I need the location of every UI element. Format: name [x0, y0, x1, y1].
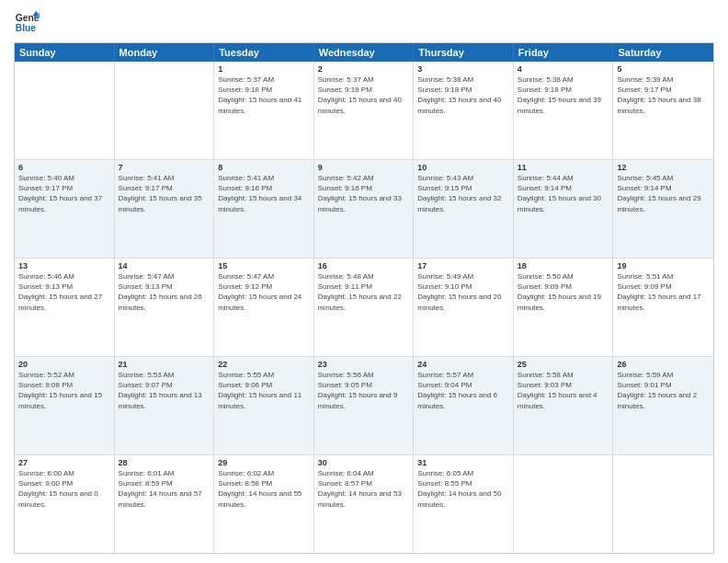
day-number: 31 [417, 458, 509, 467]
day-number: 15 [218, 261, 310, 270]
day-number: 4 [518, 64, 609, 74]
day-number: 5 [617, 64, 710, 74]
day-number: 18 [518, 261, 609, 270]
day-cell-19: 19Sunrise: 5:51 AMSunset: 9:09 PMDayligh… [613, 259, 713, 356]
day-cell-14: 14Sunrise: 5:47 AMSunset: 9:13 PMDayligh… [115, 259, 215, 356]
day-number: 24 [417, 360, 509, 369]
header-day-saturday: Saturday [613, 43, 713, 62]
cell-info: Sunrise: 6:04 AMSunset: 8:57 PMDaylight:… [318, 468, 410, 510]
day-cell-31: 31Sunrise: 6:05 AMSunset: 8:55 PMDayligh… [414, 455, 514, 553]
day-number: 13 [18, 261, 110, 270]
day-cell-10: 10Sunrise: 5:43 AMSunset: 9:15 PMDayligh… [414, 160, 514, 258]
day-cell-3: 3Sunrise: 5:38 AMSunset: 9:18 PMDaylight… [414, 62, 514, 159]
calendar: SundayMondayTuesdayWednesdayThursdayFrid… [14, 42, 714, 554]
empty-cell-r4-c6 [613, 455, 713, 553]
empty-cell-r0-c1 [115, 62, 215, 159]
svg-text:Blue: Blue [16, 23, 37, 33]
day-cell-30: 30Sunrise: 6:04 AMSunset: 8:57 PMDayligh… [314, 455, 415, 553]
page-header: General Blue [14, 9, 714, 35]
day-cell-27: 27Sunrise: 6:00 AMSunset: 9:00 PMDayligh… [15, 455, 115, 553]
header-day-friday: Friday [514, 43, 614, 62]
calendar-row-1: 6Sunrise: 5:40 AMSunset: 9:17 PMDaylight… [15, 160, 713, 259]
day-number: 2 [318, 64, 410, 74]
day-number: 26 [617, 360, 710, 369]
cell-info: Sunrise: 6:05 AMSunset: 8:55 PMDaylight:… [417, 468, 509, 510]
cell-info: Sunrise: 5:49 AMSunset: 9:10 PMDaylight:… [417, 271, 509, 313]
day-cell-23: 23Sunrise: 5:56 AMSunset: 9:05 PMDayligh… [314, 357, 415, 454]
day-number: 16 [318, 261, 410, 270]
day-number: 14 [119, 261, 210, 270]
cell-info: Sunrise: 5:48 AMSunset: 9:11 PMDaylight:… [318, 271, 410, 313]
cell-info: Sunrise: 5:37 AMSunset: 9:18 PMDaylight:… [218, 75, 310, 116]
day-number: 25 [518, 360, 609, 369]
day-number: 8 [218, 163, 310, 172]
cell-info: Sunrise: 5:38 AMSunset: 9:18 PMDaylight:… [518, 75, 609, 116]
cell-info: Sunrise: 5:56 AMSunset: 9:05 PMDaylight:… [318, 370, 410, 411]
day-cell-29: 29Sunrise: 6:02 AMSunset: 8:58 PMDayligh… [214, 455, 314, 553]
day-cell-13: 13Sunrise: 5:46 AMSunset: 9:13 PMDayligh… [15, 259, 115, 356]
day-cell-26: 26Sunrise: 5:59 AMSunset: 9:01 PMDayligh… [613, 357, 713, 454]
cell-info: Sunrise: 5:53 AMSunset: 9:07 PMDaylight:… [119, 370, 210, 411]
day-number: 9 [318, 163, 410, 172]
day-number: 30 [318, 458, 410, 467]
day-cell-25: 25Sunrise: 5:58 AMSunset: 9:03 PMDayligh… [514, 357, 614, 454]
day-number: 27 [18, 458, 110, 467]
cell-info: Sunrise: 5:46 AMSunset: 9:13 PMDaylight:… [18, 271, 110, 313]
day-cell-11: 11Sunrise: 5:44 AMSunset: 9:14 PMDayligh… [514, 160, 614, 258]
header-day-tuesday: Tuesday [214, 43, 314, 62]
cell-info: Sunrise: 6:02 AMSunset: 8:58 PMDaylight:… [218, 468, 310, 510]
day-number: 1 [218, 64, 310, 74]
day-cell-2: 2Sunrise: 5:37 AMSunset: 9:18 PMDaylight… [314, 62, 415, 159]
empty-cell-r4-c5 [514, 455, 614, 553]
header-day-sunday: Sunday [15, 43, 115, 62]
day-number: 23 [318, 360, 410, 369]
cell-info: Sunrise: 5:55 AMSunset: 9:06 PMDaylight:… [218, 370, 310, 411]
cell-info: Sunrise: 5:50 AMSunset: 9:09 PMDaylight:… [518, 271, 609, 313]
cell-info: Sunrise: 5:41 AMSunset: 9:16 PMDaylight:… [218, 173, 310, 214]
day-cell-17: 17Sunrise: 5:49 AMSunset: 9:10 PMDayligh… [414, 259, 514, 356]
cell-info: Sunrise: 6:01 AMSunset: 8:59 PMDaylight:… [119, 468, 210, 510]
cell-info: Sunrise: 5:58 AMSunset: 9:03 PMDaylight:… [518, 370, 609, 411]
logo: General Blue [14, 9, 40, 35]
day-cell-4: 4Sunrise: 5:38 AMSunset: 9:18 PMDaylight… [514, 62, 614, 159]
day-cell-12: 12Sunrise: 5:45 AMSunset: 9:14 PMDayligh… [613, 160, 713, 258]
cell-info: Sunrise: 5:52 AMSunset: 9:08 PMDaylight:… [18, 370, 110, 411]
calendar-row-2: 13Sunrise: 5:46 AMSunset: 9:13 PMDayligh… [15, 259, 713, 357]
cell-info: Sunrise: 5:44 AMSunset: 9:14 PMDaylight:… [518, 173, 609, 214]
day-number: 3 [417, 64, 509, 74]
cell-info: Sunrise: 5:59 AMSunset: 9:01 PMDaylight:… [617, 370, 710, 411]
cell-info: Sunrise: 5:40 AMSunset: 9:17 PMDaylight:… [18, 173, 110, 214]
day-cell-28: 28Sunrise: 6:01 AMSunset: 8:59 PMDayligh… [115, 455, 215, 553]
day-cell-20: 20Sunrise: 5:52 AMSunset: 9:08 PMDayligh… [15, 357, 115, 454]
day-number: 28 [119, 458, 210, 467]
cell-info: Sunrise: 6:00 AMSunset: 9:00 PMDaylight:… [18, 468, 110, 510]
day-cell-24: 24Sunrise: 5:57 AMSunset: 9:04 PMDayligh… [414, 357, 514, 454]
cell-info: Sunrise: 5:37 AMSunset: 9:18 PMDaylight:… [318, 75, 410, 116]
day-cell-7: 7Sunrise: 5:41 AMSunset: 9:17 PMDaylight… [115, 160, 215, 258]
day-cell-6: 6Sunrise: 5:40 AMSunset: 9:17 PMDaylight… [15, 160, 115, 258]
day-cell-8: 8Sunrise: 5:41 AMSunset: 9:16 PMDaylight… [214, 160, 314, 258]
header-day-monday: Monday [115, 43, 215, 62]
day-cell-15: 15Sunrise: 5:47 AMSunset: 9:12 PMDayligh… [214, 259, 314, 356]
day-cell-5: 5Sunrise: 5:39 AMSunset: 9:17 PMDaylight… [613, 62, 713, 159]
cell-info: Sunrise: 5:42 AMSunset: 9:16 PMDaylight:… [318, 173, 410, 214]
day-number: 6 [18, 163, 110, 172]
day-cell-18: 18Sunrise: 5:50 AMSunset: 9:09 PMDayligh… [514, 259, 614, 356]
day-number: 21 [119, 360, 210, 369]
calendar-row-3: 20Sunrise: 5:52 AMSunset: 9:08 PMDayligh… [15, 357, 713, 455]
day-cell-1: 1Sunrise: 5:37 AMSunset: 9:18 PMDaylight… [214, 62, 314, 159]
calendar-row-0: 1Sunrise: 5:37 AMSunset: 9:18 PMDaylight… [15, 62, 713, 160]
cell-info: Sunrise: 5:51 AMSunset: 9:09 PMDaylight:… [617, 271, 710, 313]
cell-info: Sunrise: 5:39 AMSunset: 9:17 PMDaylight:… [617, 75, 710, 116]
cell-info: Sunrise: 5:47 AMSunset: 9:12 PMDaylight:… [218, 271, 310, 313]
header-day-thursday: Thursday [414, 43, 514, 62]
day-number: 19 [617, 261, 710, 270]
calendar-body: 1Sunrise: 5:37 AMSunset: 9:18 PMDaylight… [15, 62, 713, 553]
day-number: 11 [518, 163, 609, 172]
empty-cell-r0-c0 [15, 62, 115, 159]
day-cell-21: 21Sunrise: 5:53 AMSunset: 9:07 PMDayligh… [115, 357, 215, 454]
calendar-row-4: 27Sunrise: 6:00 AMSunset: 9:00 PMDayligh… [15, 455, 713, 553]
logo-icon: General Blue [14, 9, 40, 35]
cell-info: Sunrise: 5:45 AMSunset: 9:14 PMDaylight:… [617, 173, 710, 214]
day-cell-16: 16Sunrise: 5:48 AMSunset: 9:11 PMDayligh… [314, 259, 415, 356]
